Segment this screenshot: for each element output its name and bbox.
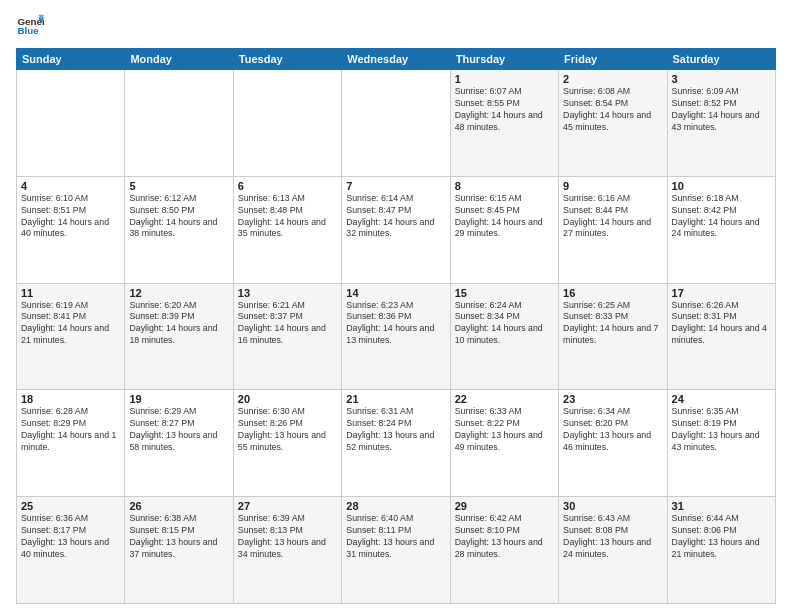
day-header-saturday: Saturday bbox=[667, 49, 775, 70]
day-cell: 22Sunrise: 6:33 AM Sunset: 8:22 PM Dayli… bbox=[450, 390, 558, 497]
day-info: Sunrise: 6:26 AM Sunset: 8:31 PM Dayligh… bbox=[672, 300, 771, 348]
svg-text:Blue: Blue bbox=[17, 25, 39, 36]
day-info: Sunrise: 6:16 AM Sunset: 8:44 PM Dayligh… bbox=[563, 193, 662, 241]
day-cell: 3Sunrise: 6:09 AM Sunset: 8:52 PM Daylig… bbox=[667, 70, 775, 177]
day-number: 3 bbox=[672, 73, 771, 85]
day-number: 4 bbox=[21, 180, 120, 192]
day-cell: 14Sunrise: 6:23 AM Sunset: 8:36 PM Dayli… bbox=[342, 283, 450, 390]
day-info: Sunrise: 6:44 AM Sunset: 8:06 PM Dayligh… bbox=[672, 513, 771, 561]
day-info: Sunrise: 6:08 AM Sunset: 8:54 PM Dayligh… bbox=[563, 86, 662, 134]
day-info: Sunrise: 6:21 AM Sunset: 8:37 PM Dayligh… bbox=[238, 300, 337, 348]
day-cell: 27Sunrise: 6:39 AM Sunset: 8:13 PM Dayli… bbox=[233, 497, 341, 604]
day-info: Sunrise: 6:25 AM Sunset: 8:33 PM Dayligh… bbox=[563, 300, 662, 348]
day-number: 15 bbox=[455, 287, 554, 299]
day-info: Sunrise: 6:42 AM Sunset: 8:10 PM Dayligh… bbox=[455, 513, 554, 561]
day-number: 19 bbox=[129, 393, 228, 405]
day-cell: 13Sunrise: 6:21 AM Sunset: 8:37 PM Dayli… bbox=[233, 283, 341, 390]
week-row-0: 1Sunrise: 6:07 AM Sunset: 8:55 PM Daylig… bbox=[17, 70, 776, 177]
day-info: Sunrise: 6:15 AM Sunset: 8:45 PM Dayligh… bbox=[455, 193, 554, 241]
day-info: Sunrise: 6:24 AM Sunset: 8:34 PM Dayligh… bbox=[455, 300, 554, 348]
day-cell: 5Sunrise: 6:12 AM Sunset: 8:50 PM Daylig… bbox=[125, 176, 233, 283]
day-info: Sunrise: 6:14 AM Sunset: 8:47 PM Dayligh… bbox=[346, 193, 445, 241]
day-info: Sunrise: 6:19 AM Sunset: 8:41 PM Dayligh… bbox=[21, 300, 120, 348]
day-info: Sunrise: 6:18 AM Sunset: 8:42 PM Dayligh… bbox=[672, 193, 771, 241]
day-cell: 12Sunrise: 6:20 AM Sunset: 8:39 PM Dayli… bbox=[125, 283, 233, 390]
logo: General Blue bbox=[16, 12, 48, 40]
day-number: 20 bbox=[238, 393, 337, 405]
day-info: Sunrise: 6:10 AM Sunset: 8:51 PM Dayligh… bbox=[21, 193, 120, 241]
page: General Blue SundayMondayTuesdayWednesda… bbox=[0, 0, 792, 612]
day-number: 13 bbox=[238, 287, 337, 299]
day-header-thursday: Thursday bbox=[450, 49, 558, 70]
day-cell: 21Sunrise: 6:31 AM Sunset: 8:24 PM Dayli… bbox=[342, 390, 450, 497]
day-number: 22 bbox=[455, 393, 554, 405]
day-number: 11 bbox=[21, 287, 120, 299]
day-info: Sunrise: 6:38 AM Sunset: 8:15 PM Dayligh… bbox=[129, 513, 228, 561]
day-info: Sunrise: 6:43 AM Sunset: 8:08 PM Dayligh… bbox=[563, 513, 662, 561]
day-cell: 18Sunrise: 6:28 AM Sunset: 8:29 PM Dayli… bbox=[17, 390, 125, 497]
day-cell: 30Sunrise: 6:43 AM Sunset: 8:08 PM Dayli… bbox=[559, 497, 667, 604]
day-cell: 10Sunrise: 6:18 AM Sunset: 8:42 PM Dayli… bbox=[667, 176, 775, 283]
day-cell: 4Sunrise: 6:10 AM Sunset: 8:51 PM Daylig… bbox=[17, 176, 125, 283]
day-header-monday: Monday bbox=[125, 49, 233, 70]
day-number: 12 bbox=[129, 287, 228, 299]
day-header-sunday: Sunday bbox=[17, 49, 125, 70]
day-number: 2 bbox=[563, 73, 662, 85]
day-cell: 8Sunrise: 6:15 AM Sunset: 8:45 PM Daylig… bbox=[450, 176, 558, 283]
day-number: 21 bbox=[346, 393, 445, 405]
day-cell: 31Sunrise: 6:44 AM Sunset: 8:06 PM Dayli… bbox=[667, 497, 775, 604]
day-cell: 19Sunrise: 6:29 AM Sunset: 8:27 PM Dayli… bbox=[125, 390, 233, 497]
day-cell: 25Sunrise: 6:36 AM Sunset: 8:17 PM Dayli… bbox=[17, 497, 125, 604]
day-cell: 6Sunrise: 6:13 AM Sunset: 8:48 PM Daylig… bbox=[233, 176, 341, 283]
day-number: 25 bbox=[21, 500, 120, 512]
day-cell bbox=[125, 70, 233, 177]
week-row-3: 18Sunrise: 6:28 AM Sunset: 8:29 PM Dayli… bbox=[17, 390, 776, 497]
day-info: Sunrise: 6:23 AM Sunset: 8:36 PM Dayligh… bbox=[346, 300, 445, 348]
day-header-tuesday: Tuesday bbox=[233, 49, 341, 70]
day-info: Sunrise: 6:40 AM Sunset: 8:11 PM Dayligh… bbox=[346, 513, 445, 561]
day-cell: 24Sunrise: 6:35 AM Sunset: 8:19 PM Dayli… bbox=[667, 390, 775, 497]
day-number: 29 bbox=[455, 500, 554, 512]
day-cell bbox=[233, 70, 341, 177]
day-cell: 16Sunrise: 6:25 AM Sunset: 8:33 PM Dayli… bbox=[559, 283, 667, 390]
day-cell: 9Sunrise: 6:16 AM Sunset: 8:44 PM Daylig… bbox=[559, 176, 667, 283]
day-cell: 1Sunrise: 6:07 AM Sunset: 8:55 PM Daylig… bbox=[450, 70, 558, 177]
day-number: 27 bbox=[238, 500, 337, 512]
calendar-table: SundayMondayTuesdayWednesdayThursdayFrid… bbox=[16, 48, 776, 604]
day-info: Sunrise: 6:33 AM Sunset: 8:22 PM Dayligh… bbox=[455, 406, 554, 454]
day-number: 28 bbox=[346, 500, 445, 512]
day-number: 16 bbox=[563, 287, 662, 299]
day-cell: 28Sunrise: 6:40 AM Sunset: 8:11 PM Dayli… bbox=[342, 497, 450, 604]
day-cell: 2Sunrise: 6:08 AM Sunset: 8:54 PM Daylig… bbox=[559, 70, 667, 177]
day-info: Sunrise: 6:34 AM Sunset: 8:20 PM Dayligh… bbox=[563, 406, 662, 454]
day-info: Sunrise: 6:31 AM Sunset: 8:24 PM Dayligh… bbox=[346, 406, 445, 454]
day-info: Sunrise: 6:29 AM Sunset: 8:27 PM Dayligh… bbox=[129, 406, 228, 454]
day-number: 9 bbox=[563, 180, 662, 192]
day-info: Sunrise: 6:39 AM Sunset: 8:13 PM Dayligh… bbox=[238, 513, 337, 561]
day-cell: 26Sunrise: 6:38 AM Sunset: 8:15 PM Dayli… bbox=[125, 497, 233, 604]
day-info: Sunrise: 6:09 AM Sunset: 8:52 PM Dayligh… bbox=[672, 86, 771, 134]
day-cell: 17Sunrise: 6:26 AM Sunset: 8:31 PM Dayli… bbox=[667, 283, 775, 390]
day-header-friday: Friday bbox=[559, 49, 667, 70]
week-row-2: 11Sunrise: 6:19 AM Sunset: 8:41 PM Dayli… bbox=[17, 283, 776, 390]
day-number: 26 bbox=[129, 500, 228, 512]
day-number: 5 bbox=[129, 180, 228, 192]
logo-icon: General Blue bbox=[16, 12, 44, 40]
day-cell: 15Sunrise: 6:24 AM Sunset: 8:34 PM Dayli… bbox=[450, 283, 558, 390]
day-cell bbox=[17, 70, 125, 177]
week-row-4: 25Sunrise: 6:36 AM Sunset: 8:17 PM Dayli… bbox=[17, 497, 776, 604]
day-number: 23 bbox=[563, 393, 662, 405]
day-info: Sunrise: 6:36 AM Sunset: 8:17 PM Dayligh… bbox=[21, 513, 120, 561]
day-cell: 29Sunrise: 6:42 AM Sunset: 8:10 PM Dayli… bbox=[450, 497, 558, 604]
day-info: Sunrise: 6:20 AM Sunset: 8:39 PM Dayligh… bbox=[129, 300, 228, 348]
day-number: 30 bbox=[563, 500, 662, 512]
day-cell: 20Sunrise: 6:30 AM Sunset: 8:26 PM Dayli… bbox=[233, 390, 341, 497]
day-number: 14 bbox=[346, 287, 445, 299]
day-info: Sunrise: 6:07 AM Sunset: 8:55 PM Dayligh… bbox=[455, 86, 554, 134]
day-number: 18 bbox=[21, 393, 120, 405]
day-number: 10 bbox=[672, 180, 771, 192]
day-info: Sunrise: 6:35 AM Sunset: 8:19 PM Dayligh… bbox=[672, 406, 771, 454]
day-cell: 23Sunrise: 6:34 AM Sunset: 8:20 PM Dayli… bbox=[559, 390, 667, 497]
day-cell: 11Sunrise: 6:19 AM Sunset: 8:41 PM Dayli… bbox=[17, 283, 125, 390]
day-cell bbox=[342, 70, 450, 177]
